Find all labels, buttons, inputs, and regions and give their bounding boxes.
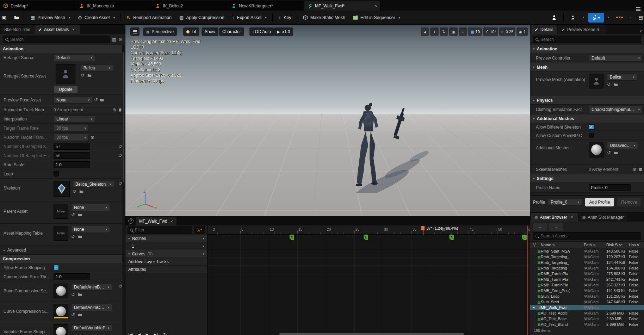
retarget-chains-button[interactable]: ★ — [588, 13, 604, 23]
num-sampled-keys-input[interactable] — [54, 143, 90, 150]
skeleton-tool-button[interactable] — [567, 13, 579, 23]
timeline-ruler[interactable]: 0510152025303540455055 — [208, 225, 530, 235]
scale-snap-toggle[interactable]: ⊞0.25 — [499, 27, 516, 36]
add-element-icon[interactable]: ⊕ — [633, 167, 637, 172]
browse-folder-icon[interactable] — [78, 235, 82, 239]
add-key-button[interactable]: + Key — [275, 12, 295, 23]
asset-row[interactable]: ▦RMB_TurnInPla/All/Gam273.803 KiFalse — [530, 271, 644, 277]
compression-error-input[interactable] — [54, 273, 90, 280]
column-path[interactable]: Path⇅ — [584, 243, 606, 247]
reset-to-default-icon[interactable]: ↺ — [118, 181, 122, 186]
browse-folder-icon[interactable] — [78, 213, 82, 217]
tab-ik-mannequin[interactable]: IK_Mannequin — [76, 1, 152, 11]
tab-new-ik-retargeter[interactable]: NewIKRetargeter* — [228, 1, 304, 11]
none-thumbnail[interactable]: None — [54, 204, 68, 219]
tab-skeleton-tree[interactable]: Skeleton Tree — [1, 25, 34, 34]
options-dots-icon[interactable]: ⋮ — [606, 15, 612, 20]
use-selected-icon[interactable]: ↺ — [71, 292, 75, 297]
browse-folder-icon[interactable] — [78, 292, 82, 297]
help-icon[interactable]: ? — [128, 218, 134, 224]
asset-row[interactable]: ▦Stun_Loop/All/Gam131.258 KiFalse — [530, 293, 644, 299]
playhead-handle[interactable] — [421, 226, 425, 230]
window-menu-icon[interactable] — [633, 6, 644, 11]
profile-name-input[interactable] — [589, 184, 631, 191]
asset-row[interactable]: ▦AO_Test_Bland/All/Gam2.699 MiBFalse — [530, 322, 644, 327]
browse-folder-icon[interactable] — [79, 190, 83, 194]
skeleton-asset-thumbnail[interactable] — [54, 181, 70, 197]
use-selected-icon[interactable]: ↺ — [71, 212, 75, 217]
asset-search-input[interactable] — [540, 234, 639, 238]
tab-asset-browser[interactable]: ▥ Asset Browser × — [531, 213, 578, 222]
step-forward-button[interactable]: ▶| — [154, 332, 158, 335]
track-notifies[interactable]: ▾ Notifies ▾ — [125, 235, 207, 242]
preview-character[interactable] — [337, 103, 442, 193]
browse-folder-icon[interactable] — [100, 98, 104, 102]
tab-details[interactable]: Details — [531, 25, 557, 34]
asset-row[interactable]: ▦Stun_Start/All/Gam247.646 KiFalse — [530, 299, 644, 305]
asset-row[interactable]: ▦Rmb_Targeting_/All/Gam129.207 KiFalse — [530, 254, 644, 260]
create-asset-button[interactable]: ⊕ Create Asset▾ — [74, 12, 118, 23]
column-disk-size[interactable]: Disk Size — [606, 243, 629, 247]
remove-profile-button[interactable]: Remove — [617, 198, 641, 206]
asset-row[interactable]: ▦RMB_Zero_Pos(/All/Gam114.343 KiFalse — [530, 288, 644, 293]
parent-asset-dropdown[interactable]: None▾ — [71, 204, 110, 211]
current-frame-display[interactable]: 37* — [194, 227, 205, 234]
tab-asset-details[interactable]: Asset Details × — [35, 25, 80, 34]
add-element-icon[interactable]: ⊕ — [112, 107, 116, 112]
preview-pose-asset-dropdown[interactable]: None▾ — [54, 97, 92, 104]
back-button[interactable]: ← — [533, 223, 547, 231]
apply-compression-button[interactable]: ▧ Apply Compression — [176, 12, 228, 23]
allow-different-skeleton-checkbox[interactable]: ✓ — [589, 124, 594, 130]
options-dots-icon[interactable]: ⋮ — [627, 15, 633, 20]
section-settings[interactable]: ▾Settings — [530, 174, 644, 183]
forward-button[interactable]: → — [549, 223, 563, 231]
rotation-snap-toggle[interactable]: ∠10° — [483, 27, 498, 36]
use-selected-icon[interactable]: ↺ — [607, 150, 611, 155]
loop-checkbox[interactable] — [54, 171, 59, 176]
viewport[interactable]: ▦ Perspective Lit Show Character LOD Aut… — [125, 25, 530, 216]
belica-mesh-thumbnail[interactable] — [589, 74, 604, 89]
section-animation[interactable]: Animation — [0, 45, 125, 53]
lod-auto-button[interactable]: LOD Auto — [249, 27, 274, 36]
step-back-button[interactable]: ◀ — [137, 332, 141, 335]
search-box[interactable] — [533, 36, 641, 43]
asset-row[interactable]: ▦Rmb_Targeting_/All/Gam134.44 KiBFalse — [530, 260, 644, 265]
track-notify-1[interactable]: 1 ▾ — [125, 242, 207, 250]
loop-button[interactable]: ↻ — [163, 332, 167, 335]
reset-to-default-icon[interactable]: ↺ — [118, 153, 122, 158]
add-element-icon[interactable]: ⊕ — [91, 135, 94, 139]
timeline-rail[interactable]: 0510152025303540455055 37* (1.24) (66.4%… — [208, 225, 530, 335]
variable-frame-stripping-thumbnail[interactable] — [54, 324, 68, 335]
search-box[interactable] — [533, 232, 641, 240]
asset-row[interactable]: ★▦MF_Walk_Fwd/All/Gam — [530, 305, 644, 310]
asset-row[interactable]: ▦RMB_TurnInPla/All/Gam267.327 KiFalse — [530, 282, 644, 288]
lit-mode-button[interactable]: Lit — [183, 27, 199, 36]
bone-compression-dropdown[interactable]: DefaultAnimBon(▾ — [71, 284, 112, 291]
browse-folder-icon[interactable] — [614, 151, 618, 155]
none-thumbnail[interactable]: None — [54, 226, 68, 241]
options-dots-icon[interactable]: ⋮ — [581, 15, 587, 20]
search-box[interactable] — [3, 36, 110, 43]
preview-mesh-button[interactable]: ▦ Preview Mesh▾ — [27, 12, 74, 23]
export-asset-button[interactable]: ↑ Export Asset▾ — [229, 12, 270, 23]
section-animation[interactable]: ▾Animation — [530, 45, 644, 53]
belica-asset-thumbnail[interactable] — [56, 64, 75, 84]
track-filter-input[interactable] — [135, 228, 190, 232]
use-selected-icon[interactable]: ↺ — [71, 312, 75, 317]
chevron-down-icon[interactable]: ▾ — [128, 252, 130, 256]
perspective-button[interactable]: ▦ Perspective — [143, 27, 177, 36]
update-button[interactable]: Update — [54, 86, 78, 93]
track-curves[interactable]: ▾ Curves (0) ▾ — [125, 250, 207, 258]
use-selected-icon[interactable]: ↺ — [607, 82, 611, 87]
variable-frame-stripping-dropdown[interactable]: DefaultVariableF▾ — [71, 324, 112, 331]
left-panel-scrollbar[interactable] — [122, 45, 125, 335]
asset-row[interactable]: ▦Rmb_Targeting_/All/Gam134.308 KiFalse — [530, 265, 644, 271]
additional-meshes-dropdown[interactable]: UnsavedCo▾ — [607, 142, 638, 149]
target-frame-rate-dropdown[interactable]: 30 fps▾ — [54, 125, 89, 132]
skeleton-dropdown[interactable]: Belica_Skeleton▾ — [73, 181, 114, 188]
section-mesh[interactable]: ▾Mesh — [530, 63, 644, 72]
rate-scale-input[interactable] — [54, 161, 90, 168]
preview-profile-button[interactable] — [548, 13, 560, 23]
close-icon[interactable]: × — [569, 215, 575, 220]
camera-speed-button[interactable]: ◉1 — [516, 27, 528, 36]
